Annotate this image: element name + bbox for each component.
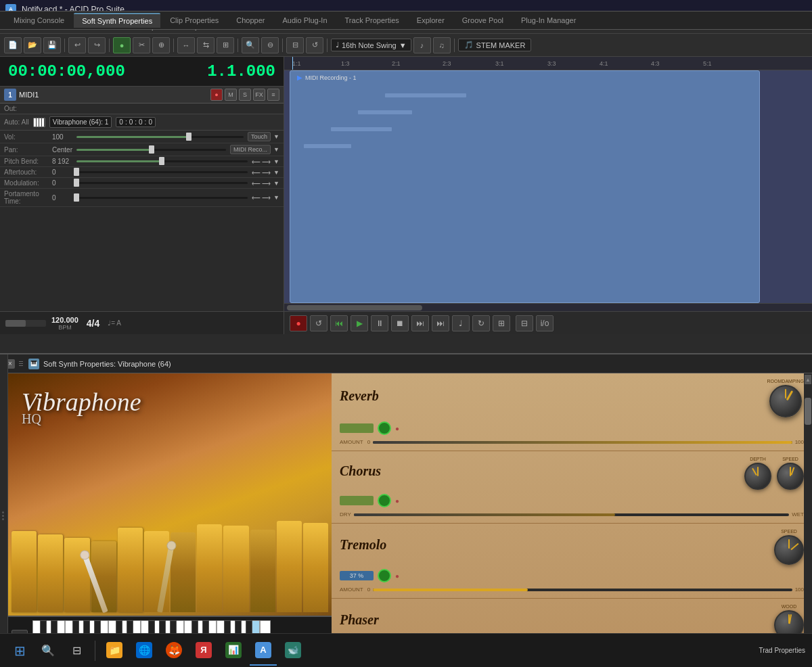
tremolo-red-dot[interactable]: ● [395, 572, 399, 580]
tool4[interactable]: ⇆ [197, 37, 215, 53]
tremolo-power-btn[interactable] [378, 569, 391, 582]
taskbar-app1[interactable]: 📊 [220, 636, 247, 666]
search-button[interactable]: 🔍 [35, 638, 61, 664]
tremolo-amount-slider[interactable] [373, 589, 792, 591]
chorus-preset-btn[interactable] [340, 496, 374, 505]
tool5[interactable]: ⊞ [217, 37, 234, 53]
go-next-button[interactable]: ⏭ [432, 315, 449, 331]
midi-btn[interactable]: ♫ [433, 37, 451, 53]
loop-button[interactable]: ↺ [306, 37, 323, 53]
portamento-slider[interactable] [76, 197, 248, 199]
solo-button[interactable]: S [239, 89, 251, 101]
pan-arrow[interactable]: ▼ [273, 146, 279, 153]
aftertouch-thumb[interactable] [74, 168, 79, 176]
taskbar-yandex[interactable]: Я [190, 636, 217, 666]
tab-soft-synth[interactable]: Soft Synth Properties [74, 13, 160, 28]
touch-button[interactable]: Touch [248, 132, 271, 141]
open-button[interactable]: 📂 [24, 37, 41, 53]
reverb-power-btn[interactable] [378, 421, 391, 435]
zoom-in[interactable]: 🔍 [242, 37, 259, 53]
zoom-out[interactable]: ⊖ [261, 37, 279, 53]
instrument-selector[interactable]: Vibraphone (64): 1 [49, 116, 112, 128]
aftertouch-arrow-down[interactable]: ▼ [273, 169, 279, 176]
port-arrow-down[interactable]: ▼ [273, 194, 279, 201]
scroll-up-btn[interactable]: ▲ [805, 375, 811, 384]
new-button[interactable]: 📄 [4, 37, 22, 53]
start-button[interactable]: ⊞ [7, 638, 32, 664]
tab-plugin-manager[interactable]: Plug-In Manager [513, 14, 584, 27]
track-area[interactable]: ▶ MIDI Recording - 1 [284, 70, 812, 303]
taskview-button[interactable]: ⊟ [64, 638, 89, 664]
tool2[interactable]: ⊕ [152, 37, 170, 53]
left-drag-handle[interactable] [0, 373, 8, 667]
chorus-dry-wet-slider[interactable] [354, 513, 789, 516]
tab-audio-plugin[interactable]: Audio Plug-In [275, 14, 336, 27]
modulation-slider[interactable] [76, 182, 248, 184]
undo-button[interactable]: ↩ [68, 37, 86, 53]
pitch-arrow-down[interactable]: ▼ [273, 158, 279, 165]
play-button[interactable]: ▶ [351, 315, 368, 331]
swing-selector[interactable]: ♩ 16th Note Swing ▼ [331, 39, 411, 51]
vol-slider-thumb[interactable] [186, 133, 191, 141]
save-button[interactable]: 💾 [43, 37, 61, 53]
metronome-btn[interactable]: ♪ [413, 37, 431, 53]
fx-button[interactable]: FX [253, 89, 265, 101]
midi-clip-1[interactable]: ▶ MIDI Recording - 1 [290, 70, 760, 303]
record-arm-button[interactable]: ● [210, 89, 223, 101]
pitch-bend-slider[interactable] [76, 160, 248, 162]
go-prev-button[interactable]: ⏭ [411, 315, 429, 331]
go-start-button[interactable]: ⏮ [330, 315, 348, 331]
punch-in-btn[interactable]: ⊞ [493, 315, 510, 331]
taskbar-edge[interactable]: 🌐 [131, 636, 158, 666]
stop-button[interactable]: ⏹ [391, 315, 409, 331]
port-arrows[interactable]: ⟵ ⟶ [252, 194, 271, 201]
mod-arrow-down[interactable]: ▼ [273, 180, 279, 187]
chorus-red-dot[interactable]: ● [395, 497, 399, 505]
vol-arrow[interactable]: ▼ [273, 133, 279, 140]
tab-explorer[interactable]: Explorer [409, 14, 453, 27]
chorus-power-btn[interactable] [378, 494, 391, 507]
scroll-thumb[interactable] [287, 305, 422, 310]
tab-groove-pool[interactable]: Groove Pool [454, 14, 512, 27]
io-btn[interactable]: i/o [536, 315, 554, 331]
reverb-amount-slider[interactable] [373, 441, 792, 444]
track-menu-button[interactable]: ≡ [267, 89, 279, 101]
taskbar-app3[interactable]: 🐋 [279, 636, 307, 666]
mute-button[interactable]: M [225, 89, 237, 101]
pitch-arrows[interactable]: ⟵ ⟶ [252, 158, 271, 165]
rec-transport-button[interactable]: ● [290, 315, 307, 331]
tab-clip-properties[interactable]: Clip Properties [162, 14, 227, 27]
track-name-input[interactable] [19, 91, 208, 99]
aftertouch-arrows[interactable]: ⟵ ⟶ [252, 169, 271, 176]
metronome-transport-btn[interactable]: ♩ [452, 315, 470, 331]
modulation-thumb[interactable] [74, 179, 79, 187]
redo-button[interactable]: ↪ [88, 37, 106, 53]
pitch-bend-thumb[interactable] [159, 157, 164, 165]
tab-track-properties[interactable]: Track Properties [337, 14, 407, 27]
stem-maker-button[interactable]: 🎵 STEM MAKER [458, 39, 532, 51]
aftertouch-slider[interactable] [76, 171, 248, 173]
taskbar-firefox[interactable]: 🦊 [160, 636, 187, 666]
reverb-knob[interactable] [769, 385, 802, 417]
record-button[interactable]: ● [113, 37, 131, 53]
chorus-depth-knob[interactable] [744, 463, 771, 490]
loop-mode-btn[interactable]: ↻ [472, 315, 490, 331]
pan-slider-thumb[interactable] [149, 145, 154, 154]
arrange-scrollbar[interactable] [284, 303, 812, 311]
tremolo-speed-knob[interactable] [774, 535, 804, 565]
pause-button[interactable]: ⏸ [371, 315, 388, 331]
tool3[interactable]: ↔ [177, 37, 195, 53]
tab-chopper[interactable]: Chopper [228, 14, 273, 27]
loop-transport-button[interactable]: ↺ [310, 315, 328, 331]
taskbar-acid[interactable]: A [250, 636, 277, 666]
vol-slider-track[interactable] [76, 136, 244, 138]
scroll-thumb-effects[interactable] [805, 398, 811, 425]
extra-btn[interactable]: ⊟ [516, 315, 533, 331]
portamento-thumb[interactable] [74, 193, 79, 202]
mod-arrows[interactable]: ⟵ ⟶ [252, 180, 271, 187]
tool1[interactable]: ✂ [133, 37, 150, 53]
tremolo-value-display[interactable]: 37 % [340, 571, 374, 580]
tab-mixing-console[interactable]: Mixing Console [5, 14, 72, 27]
reverb-red-dot[interactable]: ● [395, 425, 399, 432]
chorus-speed-knob[interactable] [777, 463, 804, 490]
